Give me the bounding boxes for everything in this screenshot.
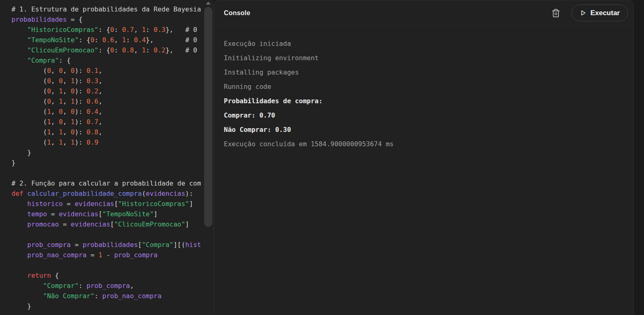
code-line: "HistoricoCompras": {0: 0.7, 1: 0.3}, # … xyxy=(11,25,201,35)
code-line: } xyxy=(11,147,201,158)
console-line: Running code xyxy=(224,79,624,94)
code-line: prob_nao_compra = 1 - prob_compra xyxy=(11,250,201,260)
code-content[interactable]: # 1. Estrutura de probabilidades da Rede… xyxy=(0,0,201,315)
code-line: promocao = evidencias["ClicouEmPromocao"… xyxy=(11,219,201,229)
scroll-up-arrow-icon[interactable] xyxy=(206,2,211,5)
console-line: Installing packages xyxy=(224,65,624,79)
console-line: Execução iniciada xyxy=(224,36,624,51)
console-line: Comprar: 0.70 xyxy=(224,108,624,122)
run-button[interactable]: Executar xyxy=(571,5,628,21)
console-line: Não Comprar: 0.30 xyxy=(224,122,624,137)
console-line: Initializing environment xyxy=(224,51,624,65)
console-title: Console xyxy=(224,9,250,17)
console-header: Console xyxy=(214,0,633,26)
code-line xyxy=(11,229,201,240)
code-line xyxy=(11,260,201,270)
editor-scrollbar[interactable] xyxy=(204,0,212,315)
code-line: def calcular_probabilidade_compra(eviden… xyxy=(11,188,201,199)
console-actions: Executar xyxy=(550,5,628,21)
code-line: (1, 0, 0): 0.4, xyxy=(11,107,201,117)
trash-icon xyxy=(551,9,560,18)
code-line: (0, 0, 0): 0.1, xyxy=(11,66,201,76)
code-line: prob_compra = probabilidades["Compra"][(… xyxy=(11,240,201,250)
code-line: (0, 1, 0): 0.2, xyxy=(11,86,201,96)
code-line: (0, 0, 1): 0.3, xyxy=(11,76,201,86)
code-line: probabilidades = { xyxy=(11,14,201,25)
code-editor[interactable]: # 1. Estrutura de probabilidades da Rede… xyxy=(0,0,214,315)
clear-console-button[interactable] xyxy=(550,7,562,19)
code-line: return { xyxy=(11,270,201,281)
code-line: tempo = evidencias["TempoNoSite"] xyxy=(11,209,201,219)
console-output: Execução iniciadaInitializing environmen… xyxy=(214,26,633,151)
scrollbar-thumb[interactable] xyxy=(204,7,212,227)
code-line: # 1. Estrutura de probabilidades da Rede… xyxy=(11,4,201,14)
play-icon xyxy=(580,9,587,16)
console-panel: Console xyxy=(214,0,634,315)
run-button-label: Executar xyxy=(590,9,620,17)
code-line: historico = evidencias["HistoricoCompras… xyxy=(11,199,201,209)
code-line: } xyxy=(11,301,201,311)
code-line: # 2. Função para calcular a probabilidad… xyxy=(11,178,201,188)
code-line xyxy=(11,168,201,178)
code-line: (1, 1, 0): 0.8, xyxy=(11,127,201,137)
code-line: "ClicouEmPromocao": {0: 0.8, 1: 0.2}, # … xyxy=(11,45,201,55)
code-line: "Compra": { xyxy=(11,55,201,66)
code-line: "Não Comprar": prob_nao_compra xyxy=(11,291,201,301)
console-line: Execução concluída em 1584.9000000953674… xyxy=(224,137,624,151)
code-line: "Comprar": prob_compra, xyxy=(11,281,201,291)
code-line: (1, 1, 1): 0.9 xyxy=(11,137,201,147)
code-line: (0, 1, 1): 0.6, xyxy=(11,96,201,107)
code-line: "TempoNoSite": {0: 0.6, 1: 0.4}, # 0 = xyxy=(11,35,201,45)
code-line: } xyxy=(11,158,201,168)
code-line: (1, 0, 1): 0.7, xyxy=(11,117,201,127)
console-line: Probabilidades de compra: xyxy=(224,94,624,108)
